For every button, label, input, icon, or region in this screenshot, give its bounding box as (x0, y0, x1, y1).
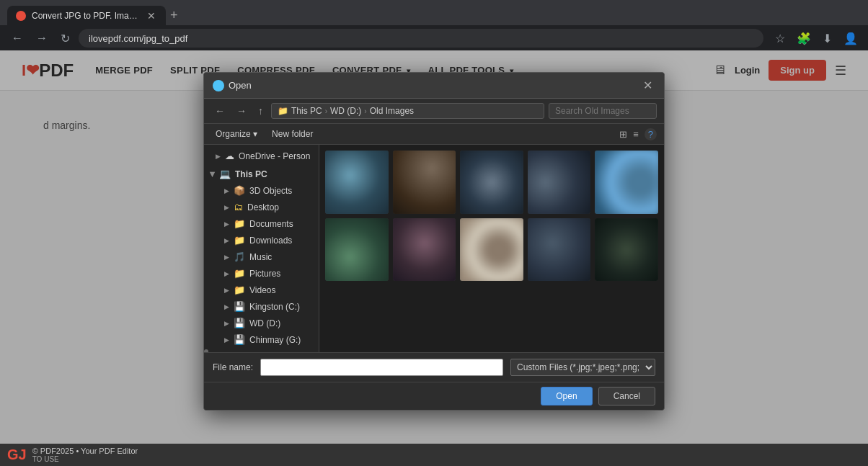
refresh-button[interactable]: ↻ (56, 29, 74, 48)
downloads-label: Downloads (249, 236, 292, 246)
breadcrumb-sep2: › (364, 107, 366, 115)
sidebar-item-3dobjects[interactable]: ▶ 📦 3D Objects (204, 182, 319, 199)
music-icon: 🎵 (234, 251, 245, 262)
desktop-label: Desktop (247, 202, 279, 212)
sidebar-item-wd[interactable]: ▶ 💾 WD (D:) (204, 315, 319, 331)
dialog-up-button[interactable]: ↑ (254, 104, 267, 118)
thispc-label: This PC (235, 169, 267, 179)
file-thumbnail-5[interactable] (595, 151, 658, 214)
dialog-back-button[interactable]: ← (211, 104, 229, 118)
tab-bar: Convert JPG to PDF. Images JP... ✕ + (0, 0, 868, 25)
file-thumbnail-1[interactable] (325, 151, 389, 214)
file-type-select[interactable]: Custom Files (*.jpg;*.jpeg;*.png; (510, 359, 655, 376)
kingston-label: Kingston (C:) (249, 302, 300, 312)
sidebar-item-thispc[interactable]: ▶ 💻 This PC (204, 166, 319, 182)
tab-favicon (16, 11, 26, 21)
breadcrumb[interactable]: 📁 This PC › WD (D:) › Old Images (271, 103, 544, 119)
dialog-close-button[interactable]: ✕ (640, 79, 655, 92)
dialog-search-input[interactable] (549, 103, 657, 119)
bottom-text-group: © PDF2025 • Your PDF Editor TO USE (32, 447, 138, 463)
profile-icon[interactable]: 👤 (841, 29, 861, 48)
breadcrumb-wd: WD (D:) (330, 106, 361, 116)
browser-tab[interactable]: Convert JPG to PDF. Images JP... ✕ (7, 6, 166, 26)
help-icon[interactable]: ? (645, 128, 657, 140)
breadcrumb-thispc: This PC (291, 106, 322, 116)
documents-label: Documents (249, 219, 293, 229)
action-group-right: ⊞ ≡ ? (619, 128, 657, 140)
sidebar-item-kingston[interactable]: ▶ 💾 Kingston (C:) (204, 298, 319, 315)
files-grid (325, 151, 658, 281)
open-file-dialog: Open ✕ ← → ↑ 📁 This PC › WD (D:) › Old I… (203, 72, 665, 411)
dialog-open-button[interactable]: Open (541, 387, 592, 405)
view-icon[interactable]: ⊞ (619, 129, 627, 140)
file-name-label: File name: (213, 362, 253, 372)
dialog-forward-button[interactable]: → (233, 104, 250, 118)
bottom-bar: GJ © PDF2025 • Your PDF Editor TO USE (0, 444, 868, 466)
pictures-chevron: ▶ (224, 270, 229, 277)
sidebar-item-pictures[interactable]: ▶ 📁 Pictures (204, 265, 319, 282)
action-group-left: Organize ▾ New folder (211, 127, 317, 141)
dialog-files-area[interactable] (319, 145, 664, 352)
music-chevron: ▶ (224, 254, 229, 261)
downloads-chevron: ▶ (224, 237, 229, 244)
file-thumbnail-8[interactable] (460, 218, 523, 282)
onedrive-label: OneDrive - Person (239, 151, 310, 161)
address-bar: ← → ↻ ☆ 🧩 ⬇ 👤 (0, 25, 868, 51)
back-button[interactable]: ← (7, 29, 27, 48)
sidebar-item-downloads[interactable]: ▶ 📁 Downloads (204, 232, 319, 248)
download-icon[interactable]: ⬇ (820, 29, 835, 48)
dialog-toolbar: ← → ↑ 📁 This PC › WD (D:) › Old Images (204, 99, 664, 124)
thispc-chevron: ▶ (209, 171, 216, 176)
new-folder-button[interactable]: New folder (267, 127, 317, 141)
view-list-icon[interactable]: ≡ (633, 129, 639, 140)
file-thumbnail-3[interactable] (460, 151, 523, 214)
extensions-icon[interactable]: 🧩 (794, 29, 814, 48)
bottom-logo: GJ (7, 447, 27, 463)
sidebar-item-music[interactable]: ▶ 🎵 Music (204, 248, 319, 265)
new-tab-button[interactable]: + (170, 8, 178, 23)
dialog-cancel-button[interactable]: Cancel (598, 387, 655, 405)
kingston-icon: 💾 (234, 301, 245, 312)
browser-chrome: Convert JPG to PDF. Images JP... ✕ + ← →… (0, 0, 868, 50)
bottom-sub: TO USE (32, 455, 138, 463)
dialog-buttons: Open Cancel (204, 382, 664, 410)
file-thumbnail-10[interactable] (595, 218, 658, 282)
videos-label: Videos (249, 285, 275, 295)
tab-close-button[interactable]: ✕ (146, 9, 157, 23)
wd-icon: 💾 (234, 318, 245, 328)
sidebar-item-chinmay[interactable]: ▶ 💾 Chinmay (G:) (204, 331, 319, 348)
dialog-actions-bar: Organize ▾ New folder ⊞ ≡ ? (204, 124, 664, 145)
dialog-app-icon (213, 80, 224, 91)
sidebar-item-documents[interactable]: ▶ 📁 Documents (204, 215, 319, 232)
file-thumbnail-4[interactable] (528, 151, 591, 214)
file-thumbnail-6[interactable] (325, 218, 389, 282)
bookmark-icon[interactable]: ☆ (772, 29, 788, 48)
videos-chevron: ▶ (224, 287, 229, 294)
pictures-label: Pictures (249, 269, 280, 279)
file-thumbnail-7[interactable] (393, 218, 456, 282)
desktop-icon: 🗂 (234, 202, 243, 212)
kingston-chevron: ▶ (224, 303, 229, 310)
tab-label: Convert JPG to PDF. Images JP... (32, 11, 140, 21)
website: I❤ PDF MERGE PDF SPLIT PDF COMPRESS PDF … (0, 50, 868, 466)
file-name-input[interactable] (260, 359, 503, 376)
file-thumbnail-2[interactable] (393, 151, 456, 214)
sidebar-item-onedrive[interactable]: ▶ ☁ OneDrive - Person (204, 148, 319, 164)
dialog-title-bar: Open ✕ (204, 73, 664, 99)
url-input[interactable] (79, 29, 763, 48)
wd-chevron: ▶ (224, 320, 229, 327)
sidebar-scrollbar-thumb[interactable] (204, 349, 208, 352)
breadcrumb-oldimages: Old Images (370, 106, 414, 116)
breadcrumb-sep1: › (325, 107, 327, 115)
sidebar-item-desktop[interactable]: ▶ 🗂 Desktop (204, 199, 319, 215)
onedrive-chevron: ▶ (216, 153, 221, 160)
chinmay-label: Chinmay (G:) (249, 335, 301, 345)
organize-button[interactable]: Organize ▾ (211, 127, 262, 141)
3dobjects-icon: 📦 (234, 185, 245, 196)
music-label: Music (249, 252, 272, 262)
file-thumbnail-9[interactable] (528, 218, 591, 282)
forward-button[interactable]: → (32, 29, 52, 48)
documents-chevron: ▶ (224, 220, 229, 228)
sidebar-item-videos[interactable]: ▶ 📁 Videos (204, 282, 319, 298)
pictures-icon: 📁 (234, 268, 245, 279)
